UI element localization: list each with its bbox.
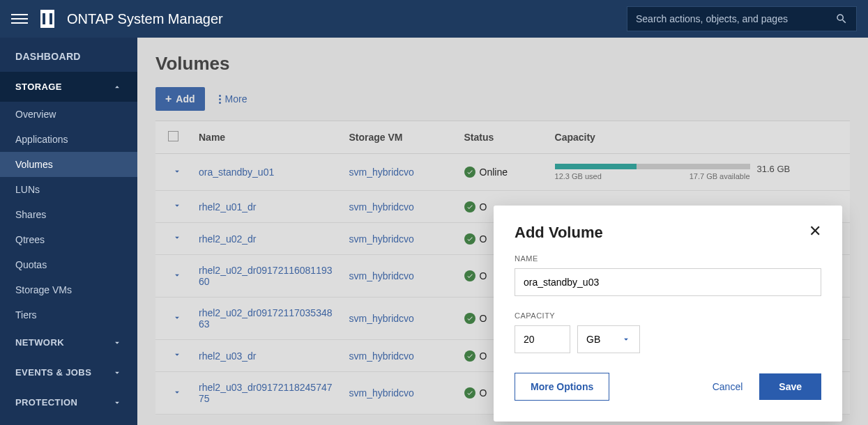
volume-name-link[interactable]: rhel2_u02_dr09172117035348 63 bbox=[199, 307, 333, 330]
select-all-checkbox[interactable] bbox=[168, 131, 178, 141]
expand-row-icon[interactable] bbox=[172, 167, 182, 178]
sidebar-item-dashboard[interactable]: DASHBOARD bbox=[0, 38, 137, 72]
status-text: O bbox=[480, 233, 487, 245]
status-ok-icon bbox=[464, 270, 475, 281]
sidebar-item-qtrees[interactable]: Qtrees bbox=[0, 227, 137, 252]
volume-name-link[interactable]: rhel2_u02_dr bbox=[199, 233, 257, 245]
status-text: O bbox=[480, 387, 487, 399]
volume-name-input[interactable] bbox=[515, 268, 821, 296]
expand-row-icon[interactable] bbox=[172, 271, 182, 282]
capacity-available: 17.7 GB available bbox=[690, 172, 750, 180]
save-button[interactable]: Save bbox=[759, 373, 821, 400]
capacity-field-label: CAPACITY bbox=[515, 311, 821, 320]
status-text: O bbox=[480, 313, 487, 324]
status-ok-icon bbox=[464, 233, 475, 245]
toolbar: + Add More bbox=[155, 87, 850, 111]
chevron-down-icon bbox=[112, 368, 122, 378]
volume-name-link[interactable]: rhel2_u01_dr bbox=[199, 201, 257, 212]
sidebar-item-volumes[interactable]: Volumes bbox=[0, 152, 137, 177]
column-header-svm[interactable]: Storage VM bbox=[341, 121, 456, 154]
storage-vm-link[interactable]: svm_hybridcvo bbox=[349, 233, 414, 245]
add-volume-modal: Add Volume ✕ NAME CAPACITY GB More Optio… bbox=[494, 206, 842, 422]
sidebar-section-events[interactable]: EVENTS & JOBS bbox=[0, 357, 137, 387]
capacity-unit-select[interactable]: GB bbox=[577, 325, 640, 353]
search-icon bbox=[835, 13, 848, 25]
sidebar-section-protection[interactable]: PROTECTION bbox=[0, 387, 137, 417]
status-ok-icon bbox=[464, 387, 475, 399]
capacity-unit-value: GB bbox=[586, 334, 600, 345]
sidebar-section-storage[interactable]: STORAGE bbox=[0, 72, 137, 102]
search-input[interactable] bbox=[636, 13, 835, 24]
expand-row-icon[interactable] bbox=[172, 314, 182, 325]
sidebar-item-applications[interactable]: Applications bbox=[0, 127, 137, 152]
volume-name-link[interactable]: ora_standby_u01 bbox=[199, 167, 274, 178]
sidebar-item-luns[interactable]: LUNs bbox=[0, 177, 137, 202]
close-icon[interactable]: ✕ bbox=[809, 224, 821, 239]
status-text: Online bbox=[480, 167, 508, 178]
status-ok-icon bbox=[464, 313, 475, 324]
column-header-name[interactable]: Name bbox=[190, 121, 341, 154]
expand-row-icon[interactable] bbox=[172, 201, 182, 212]
search-box[interactable] bbox=[627, 6, 857, 31]
status-ok-icon bbox=[464, 350, 475, 362]
storage-vm-link[interactable]: svm_hybridcvo bbox=[349, 313, 414, 324]
storage-vm-link[interactable]: svm_hybridcvo bbox=[349, 167, 414, 178]
modal-title: Add Volume bbox=[515, 224, 603, 242]
sidebar-section-network[interactable]: NETWORK bbox=[0, 327, 137, 357]
chevron-down-icon bbox=[621, 334, 631, 344]
more-icon bbox=[219, 95, 221, 104]
chevron-down-icon bbox=[112, 398, 122, 408]
add-button-label: Add bbox=[176, 93, 195, 105]
plus-icon: + bbox=[165, 93, 172, 105]
logo bbox=[40, 10, 54, 28]
storage-vm-link[interactable]: svm_hybridcvo bbox=[349, 270, 414, 281]
app-title: ONTAP System Manager bbox=[67, 11, 223, 27]
capacity-bar bbox=[555, 164, 750, 169]
column-header-capacity[interactable]: Capacity bbox=[547, 121, 850, 154]
sidebar-item-storage-vms[interactable]: Storage VMs bbox=[0, 277, 137, 302]
sidebar-item-label: PROTECTION bbox=[15, 397, 77, 408]
status-text: O bbox=[480, 201, 487, 212]
volume-name-link[interactable]: rhel2_u02_dr09172116081193 60 bbox=[199, 265, 333, 287]
sidebar-item-overview[interactable]: Overview bbox=[0, 102, 137, 127]
volume-name-link[interactable]: rhel2_u03_dr09172118245747 75 bbox=[199, 382, 333, 404]
chevron-up-icon bbox=[112, 82, 122, 92]
storage-vm-link[interactable]: svm_hybridcvo bbox=[349, 350, 414, 362]
status-text: O bbox=[480, 350, 487, 362]
status-text: O bbox=[480, 270, 487, 281]
sidebar-item-quotas[interactable]: Quotas bbox=[0, 252, 137, 277]
table-row: ora_standby_u01svm_hybridcvoOnline12.3 G… bbox=[155, 154, 850, 191]
more-options-button[interactable]: More Options bbox=[515, 373, 609, 401]
status-ok-icon bbox=[464, 201, 475, 212]
sidebar-item-label: EVENTS & JOBS bbox=[15, 367, 91, 378]
add-button[interactable]: + Add bbox=[155, 87, 205, 111]
sidebar-item-shares[interactable]: Shares bbox=[0, 202, 137, 227]
expand-row-icon[interactable] bbox=[172, 388, 182, 399]
sidebar: DASHBOARD STORAGE Overview Applications … bbox=[0, 38, 137, 425]
storage-vm-link[interactable]: svm_hybridcvo bbox=[349, 387, 414, 399]
sidebar-item-label: NETWORK bbox=[15, 337, 64, 348]
status-ok-icon bbox=[464, 167, 475, 178]
sidebar-item-label: STORAGE bbox=[15, 82, 62, 92]
top-bar: ONTAP System Manager bbox=[0, 0, 868, 38]
column-header-status[interactable]: Status bbox=[456, 121, 547, 154]
capacity-used: 12.3 GB used bbox=[555, 172, 602, 180]
page-title: Volumes bbox=[155, 53, 850, 75]
expand-row-icon[interactable] bbox=[172, 350, 182, 362]
content-area: Volumes + Add More Name Storage VM bbox=[137, 38, 868, 425]
more-button[interactable]: More bbox=[211, 88, 256, 110]
capacity-input[interactable] bbox=[515, 325, 570, 353]
name-field-label: NAME bbox=[515, 254, 821, 263]
volume-name-link[interactable]: rhel2_u03_dr bbox=[199, 350, 257, 362]
sidebar-section-hosts[interactable]: HOSTS bbox=[0, 417, 137, 425]
expand-row-icon[interactable] bbox=[172, 233, 182, 245]
cancel-button[interactable]: Cancel bbox=[713, 381, 743, 392]
more-button-label: More bbox=[225, 93, 248, 105]
hamburger-icon[interactable] bbox=[11, 10, 28, 27]
capacity-total: 31.6 GB bbox=[757, 164, 791, 174]
sidebar-item-tiers[interactable]: Tiers bbox=[0, 302, 137, 327]
storage-vm-link[interactable]: svm_hybridcvo bbox=[349, 201, 414, 212]
chevron-down-icon bbox=[112, 338, 122, 348]
